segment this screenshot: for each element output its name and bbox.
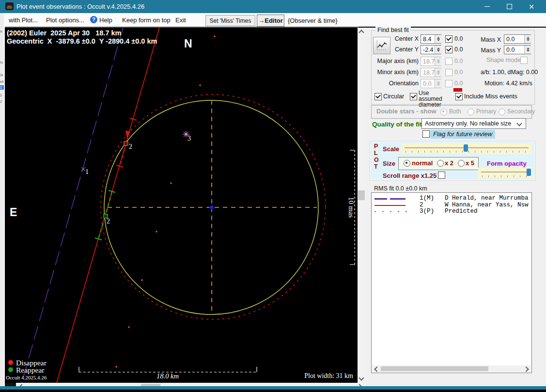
control-panel: Find best fit Center X 8.4 0.0 Mass X 0.… xyxy=(365,28,546,386)
observations-listbox[interactable]: 1(M)D Herald, near Murrumba 2W Hanna, ne… xyxy=(371,192,532,373)
window-bottom-border xyxy=(0,386,546,390)
chord-1-label: 1 xyxy=(85,168,89,175)
center-x-sigma: 0.0 xyxy=(454,35,463,42)
center-x-fix-checkbox[interactable] xyxy=(445,35,452,43)
center-y-spinner[interactable] xyxy=(435,46,441,54)
opacity-slider-thumb[interactable] xyxy=(527,169,531,176)
editor-button[interactable]: →Editor xyxy=(257,15,284,27)
orientation-sigma: 0.0 xyxy=(454,80,463,87)
scroll-up-icon[interactable] xyxy=(359,30,364,35)
reappear-legend-label: Reappear xyxy=(16,366,45,374)
center-x-label: Center X xyxy=(368,35,419,42)
observation-row[interactable]: 2W Hanna, near Yass, Nsw xyxy=(420,202,529,208)
minor-axis-label: Minor axis (km) xyxy=(366,69,419,76)
help-icon: ? xyxy=(90,16,97,23)
edge-fragment: 2 xyxy=(0,99,2,104)
major-axis-sigma: 0.0 xyxy=(454,58,463,64)
observation-observer: Predicted xyxy=(445,208,478,215)
plot-canvas: (2002) Euler 2025 Apr 30 18.7 km Geocent… xyxy=(5,28,358,383)
double-secondary-radio xyxy=(499,109,505,115)
center-x-spinner[interactable] xyxy=(435,35,441,43)
size-x2-radio[interactable] xyxy=(437,160,444,167)
scale-slider-thumb[interactable] xyxy=(464,144,468,152)
edge-fragment: 2 xyxy=(0,93,2,97)
size-x5-radio[interactable] xyxy=(458,160,465,167)
quality-label: Quality of the fit xyxy=(372,121,422,128)
menu-bar: with Plot... Plot options... ? Help Keep… xyxy=(4,13,546,27)
set-miss-times-button[interactable]: Set 'Miss' Times xyxy=(205,15,255,26)
center-dot xyxy=(210,205,214,209)
mass-x-label: Mass X xyxy=(480,36,501,43)
scroll-range-label: Scroll range x1.25 xyxy=(383,172,437,179)
center-y-fix-checkbox[interactable] xyxy=(445,46,452,53)
double-stars-title: Double stars - show xyxy=(376,108,437,115)
shape-model-checkbox xyxy=(520,57,528,64)
menu-with-plot[interactable]: with Plot... xyxy=(9,16,38,24)
chord-1-line-sample xyxy=(374,198,387,200)
rms-fit-label: RMS fit 0.0 ±0.0 km xyxy=(374,185,427,192)
close-button[interactable]: ✕ xyxy=(521,0,542,13)
size-normal-radio[interactable] xyxy=(404,160,410,167)
app-window: a lu la eli 2 2 2 Plot event observation… xyxy=(0,0,546,392)
flag-review-checkbox[interactable] xyxy=(422,130,430,138)
orientation-label: Orientation xyxy=(366,80,419,87)
minor-axis-fix-checkbox xyxy=(445,69,452,76)
plot-width-label: Plot width: 31 km xyxy=(304,372,353,379)
desktop-strip xyxy=(0,390,546,392)
motion-label: Motion: 4.42 km/s xyxy=(484,80,532,87)
observation-row[interactable]: 3(P)Predicted xyxy=(420,208,478,215)
size-x2-label: x 2 xyxy=(445,159,453,167)
size-x5-label: x 5 xyxy=(466,159,474,167)
observation-observer: W Hanna, near Yass, Nsw xyxy=(445,202,529,208)
menu-exit[interactable]: Exit xyxy=(175,16,186,24)
mass-y-spinner[interactable] xyxy=(524,46,531,54)
include-miss-label: Include Miss events xyxy=(464,93,517,100)
edge-fragment: eli xyxy=(0,79,4,84)
edge-fragment: a xyxy=(0,29,2,33)
circular-checkbox[interactable] xyxy=(374,93,382,100)
form-opacity-slider[interactable] xyxy=(478,168,532,178)
plot-letter-t: T xyxy=(374,164,378,170)
edge-fragment-selected: 2 xyxy=(0,85,4,90)
scale-bar-ticks xyxy=(79,367,257,372)
group-title: Find best fit xyxy=(375,27,411,33)
observation-number: 3(P) xyxy=(420,208,445,215)
maximize-button[interactable] xyxy=(499,0,519,13)
reappear-legend-dot xyxy=(8,367,13,372)
observation-row[interactable]: 1(M)D Herald, near Murrumba xyxy=(420,195,529,202)
circular-label: Circular xyxy=(383,93,404,100)
scroll-down-icon[interactable] xyxy=(359,375,364,380)
observer-time-label: {Observer & time} xyxy=(288,17,338,24)
scrollbar-thumb[interactable] xyxy=(358,190,365,200)
plot-vertical-scrollbar[interactable] xyxy=(358,28,365,383)
menu-plot-options[interactable]: Plot options... xyxy=(46,16,84,24)
quality-dropdown[interactable]: Astrometry only. No reliable size xyxy=(421,118,526,129)
minimize-button[interactable] xyxy=(477,0,497,13)
orientation-spinner xyxy=(435,79,441,88)
size-normal-label: normal xyxy=(412,159,433,167)
scroll-right-icon[interactable] xyxy=(523,366,529,372)
plot-area[interactable]: (2002) Euler 2025 Apr 30 18.7 km Geocent… xyxy=(5,28,358,383)
mass-x-spinner[interactable] xyxy=(524,35,531,43)
include-miss-checkbox[interactable] xyxy=(455,93,463,100)
chord-1-line-sample xyxy=(390,198,406,200)
menu-help[interactable]: Help xyxy=(99,16,112,24)
minor-axis-sigma: 0.0 xyxy=(454,69,463,76)
scale-bar-label: 18.0 km xyxy=(156,372,179,380)
app-icon xyxy=(5,2,14,10)
scrollbar-thumb[interactable] xyxy=(381,366,488,371)
use-assumed-checkbox[interactable] xyxy=(410,93,417,100)
title-bar[interactable]: Plot event observations : Occult v.4.202… xyxy=(0,0,546,13)
chord-2-line-sample xyxy=(374,205,406,206)
scroll-left-icon[interactable] xyxy=(374,366,379,372)
menu-keep-on-top[interactable]: Keep form on top xyxy=(122,16,171,24)
version-label: Occult 4.2025.4.26 xyxy=(6,375,47,380)
predicted-dots-sample xyxy=(374,211,408,213)
scroll-range-checkbox[interactable] xyxy=(438,172,445,179)
scale-slider[interactable] xyxy=(402,143,531,154)
predicted-chord-dots xyxy=(115,35,216,368)
disappear-marker xyxy=(124,141,128,145)
listbox-horizontal-scrollbar[interactable] xyxy=(372,365,531,372)
reappear-error-bar xyxy=(98,223,103,239)
edge-fragment: la xyxy=(0,73,3,77)
